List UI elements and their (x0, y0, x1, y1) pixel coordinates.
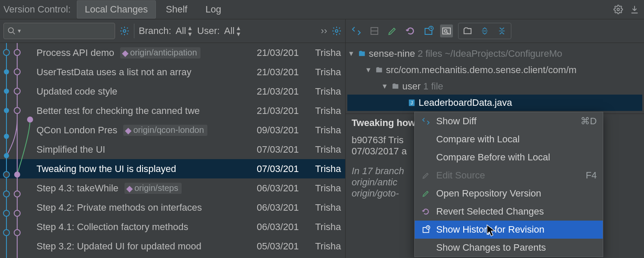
tab-bar: Version Control: Local Changes Shelf Log (0, 0, 644, 19)
branch-tag: ◆origin/anticipation (120, 47, 200, 58)
commit-message: UserTestData uses a list not an array (36, 67, 257, 78)
mouse-cursor (486, 224, 496, 236)
changed-files-tree: ▼ sense-nine 2 files ~/IdeaProjects/Conf… (346, 43, 644, 114)
menu-item-compare-local[interactable]: Compare with Local (415, 130, 603, 148)
commit-row[interactable]: Step 4.2: Private methods on interfaces0… (0, 198, 345, 217)
tab-local-changes[interactable]: Local Changes (77, 0, 156, 18)
commit-message: Step 4.2: Private methods on interfaces (36, 202, 257, 213)
commit-author: Trisha (315, 47, 345, 58)
revert-icon (421, 207, 431, 216)
menu-item-label: Revert Selected Changes (436, 206, 544, 217)
tree-src[interactable]: ▼ src/com.mechanitis.demo.sense.client/c… (347, 62, 642, 78)
chevron-down-icon: ▼ (381, 83, 389, 90)
tree-root[interactable]: ▼ sense-nine 2 files ~/IdeaProjects/Conf… (347, 46, 642, 62)
commit-date: 07/03/201 (257, 163, 315, 175)
tree-file[interactable]: J LeaderboardData.java (347, 95, 642, 111)
commit-row[interactable]: Better test for checking the canned twe2… (0, 101, 345, 120)
commit-date: 21/03/201 (257, 47, 315, 58)
settings-gear-icon[interactable] (331, 26, 342, 36)
edit-icon[interactable] (386, 25, 399, 37)
menu-item-parents[interactable]: Show Changes to Parents (415, 239, 603, 257)
commit-message: Process API demo ◆origin/anticipation (36, 47, 257, 58)
commit-row[interactable]: Process API demo ◆origin/anticipation21/… (0, 43, 345, 62)
menu-item-show-diff[interactable]: Show Diff⌘D (415, 112, 603, 130)
expand-all-icon[interactable] (478, 25, 491, 37)
commit-author: Trisha (315, 163, 345, 175)
vcs-title: Version Control: (0, 4, 77, 15)
revert-icon[interactable] (404, 25, 417, 37)
commit-date: 21/03/201 (257, 86, 315, 97)
menu-shortcut: ⌘D (580, 116, 597, 127)
svg-text:J: J (411, 101, 413, 105)
menu-item-open-repo[interactable]: Open Repository Version (415, 184, 603, 203)
folder-icon (375, 66, 383, 74)
commit-row[interactable]: Simplified the UI07/03/201Trisha (0, 140, 345, 159)
menu-item-label: Show Diff (436, 116, 477, 127)
menu-item-revert[interactable]: Revert Selected Changes (415, 203, 603, 221)
commit-row[interactable]: Step 3.2: Updated UI for updated mood05/… (0, 236, 345, 256)
commit-message: Updated code style (36, 86, 257, 97)
folder-icon (391, 83, 400, 90)
chevron-down-icon: ▼ (347, 50, 355, 58)
commit-row[interactable]: UserTestData uses a list not an array21/… (0, 62, 345, 82)
edit-icon (421, 172, 431, 179)
preview-icon[interactable] (440, 25, 453, 37)
commit-row[interactable]: QCon London Pres ◆origin/qcon-london09/0… (0, 120, 345, 140)
commit-row[interactable]: Step 4.3: takeWhile ◆origin/steps06/03/2… (0, 178, 345, 198)
commit-message: QCon London Pres ◆origin/qcon-london (36, 125, 257, 136)
user-filter[interactable]: User: All ▲▼ (197, 25, 241, 37)
commit-date: 06/03/201 (257, 183, 315, 194)
commit-message: Better test for checking the canned twe (36, 105, 257, 117)
group-by-dir-icon[interactable] (461, 25, 474, 37)
commit-author: Trisha (315, 125, 345, 136)
local-diff-icon[interactable] (368, 25, 381, 37)
branch-tag: ◆origin/qcon-london (123, 125, 207, 136)
search-input[interactable]: ▼ (3, 23, 115, 39)
menu-item-label: Open Repository Version (436, 188, 541, 199)
menu-item-history[interactable]: Show History for Revision (415, 221, 603, 239)
tab-log[interactable]: Log (197, 0, 229, 18)
commit-author: Trisha (315, 221, 345, 233)
collapse-all-icon[interactable] (495, 25, 508, 37)
commit-date: 07/03/201 (257, 144, 315, 155)
commit-row[interactable]: Updated code style21/03/201Trisha (0, 82, 345, 101)
commit-date: 06/03/201 (257, 202, 315, 213)
module-icon (358, 50, 366, 58)
commit-author: Trisha (315, 241, 345, 252)
commit-author: Trisha (315, 183, 345, 194)
diff-icon[interactable] (350, 25, 363, 37)
more-filters-icon[interactable]: ›› (321, 25, 327, 37)
commit-message: Tweaking how the UI is displayed (36, 163, 257, 175)
regex-gear-icon[interactable] (119, 26, 130, 36)
commit-row[interactable]: Tweaking how the UI is displayed07/03/20… (0, 159, 345, 178)
context-menu[interactable]: Show Diff⌘DCompare with LocalCompare Bef… (414, 112, 603, 257)
commit-author: Trisha (315, 202, 345, 213)
gear-icon[interactable] (613, 4, 623, 15)
commit-date: 09/03/201 (257, 125, 315, 136)
commit-date: 21/03/201 (257, 67, 315, 78)
diff-icon (421, 117, 431, 126)
menu-item-label: Compare Before with Local (436, 152, 550, 163)
commit-date: 06/03/201 (257, 221, 315, 233)
svg-point-2 (123, 30, 126, 32)
menu-item-label: Edit Source (436, 170, 485, 181)
commit-row[interactable]: Step 4.1: Collection factory methods06/0… (0, 217, 345, 236)
download-icon[interactable] (629, 4, 640, 15)
history-icon[interactable] (422, 25, 435, 37)
menu-item-label: Compare with Local (436, 134, 519, 145)
tab-shelf[interactable]: Shelf (158, 0, 195, 18)
commit-date: 21/03/201 (257, 105, 315, 117)
menu-item-label: Show Changes to Parents (436, 242, 546, 253)
menu-item-compare-before[interactable]: Compare Before with Local (415, 148, 603, 166)
java-file-icon: J (407, 98, 416, 107)
svg-point-0 (617, 8, 620, 11)
commit-date: 05/03/201 (257, 241, 315, 252)
commit-log-pane: ▼ Branch: All ▲▼ User: All ▲▼ ›› (0, 19, 346, 258)
history-icon (421, 225, 431, 234)
commit-list[interactable]: Process API demo ◆origin/anticipation21/… (0, 43, 345, 258)
commit-message: Step 4.1: Collection factory methods (36, 221, 257, 233)
filter-bar: ▼ Branch: All ▲▼ User: All ▲▼ ›› (0, 19, 345, 43)
branch-filter[interactable]: Branch: All ▲▼ (139, 25, 193, 37)
commit-message: Step 3.2: Updated UI for updated mood (36, 241, 257, 252)
tree-package[interactable]: ▼ user 1 file (347, 78, 642, 95)
